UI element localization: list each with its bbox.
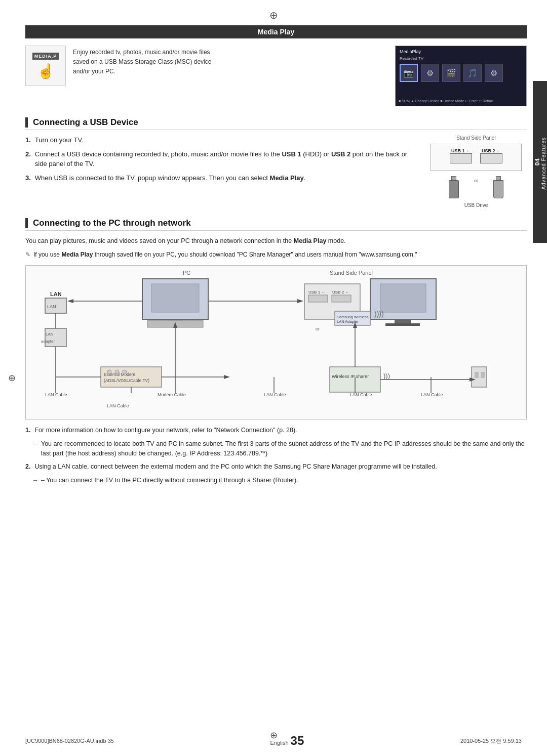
usb-stick-2 bbox=[493, 176, 503, 198]
modem-circle2 bbox=[115, 370, 119, 374]
usb-ports-row: USB 1 ← USB 2 ← bbox=[436, 148, 516, 163]
bullet-2-sub-dash: – bbox=[25, 476, 37, 485]
usb-port-1-box bbox=[450, 153, 472, 163]
wifi-icon: )))) bbox=[374, 310, 384, 318]
lan-adapter-label1: LAN bbox=[46, 332, 54, 337]
tv-screen-items: 📷 ⚙ 🎬 🎵 ⚙ bbox=[400, 64, 522, 82]
wireless-ip-label: Wireless IP sharer bbox=[332, 374, 369, 379]
step-3-number: 3. bbox=[25, 173, 31, 183]
usb-port-2-area: USB 2 ← bbox=[480, 148, 502, 163]
note-text: If you use Media Play through saved file… bbox=[33, 250, 417, 259]
chapter-title: Advanced Features bbox=[541, 137, 546, 190]
usb1-panel: USB 1 ← bbox=[308, 290, 325, 295]
footer-file: [UC9000]BN68-02820G-AU.indb 35 bbox=[25, 738, 114, 744]
tv-screen-title: MediaPlay bbox=[400, 49, 522, 54]
tv-base bbox=[385, 323, 420, 326]
usb2-panel: USB 2 ← bbox=[332, 290, 349, 295]
usb-panel: USB 1 ← USB 2 ← bbox=[431, 144, 522, 171]
wifi-icon2: ))) bbox=[383, 372, 390, 380]
usb2-box bbox=[332, 295, 351, 302]
chapter-number: 04 bbox=[534, 158, 541, 165]
usb1-box bbox=[308, 295, 328, 302]
monitor-inner bbox=[151, 284, 199, 312]
step-1: 1. Turn on your TV. bbox=[25, 135, 415, 145]
lan-cable-label-4: LAN Cable bbox=[350, 392, 372, 397]
step-1-text: Turn on your TV. bbox=[35, 135, 415, 145]
network-section-header: Connecting to the PC through network bbox=[25, 218, 527, 231]
usb-stick-2-top bbox=[496, 176, 501, 180]
outlet-slot1 bbox=[475, 372, 479, 378]
bullet-2: 2. Using a LAN cable, connect between th… bbox=[25, 462, 527, 472]
usb-drive-label: USB Drive bbox=[425, 202, 527, 208]
arrow-modem-right bbox=[224, 375, 230, 379]
usb-stick-1-top bbox=[451, 176, 456, 180]
left-compass-icon: ⊕ bbox=[8, 372, 16, 384]
bullet-1-sub-text: You are recommended to locate both TV an… bbox=[41, 439, 527, 458]
top-compass-icon: ⊕ bbox=[269, 9, 278, 21]
usb-section: Connecting a USB Device 1. Turn on your … bbox=[25, 117, 527, 208]
step-3: 3. When USB is connected to the TV, popu… bbox=[25, 173, 415, 183]
usb-stick-1 bbox=[449, 176, 459, 198]
step-2: 2. Connect a USB device containing recor… bbox=[25, 149, 415, 169]
section-bar bbox=[25, 117, 28, 128]
tv-item-3: 🎬 bbox=[442, 64, 460, 82]
outlet-slot2 bbox=[481, 372, 485, 378]
step-2-text: Connect a USB device containing recorded… bbox=[35, 149, 415, 169]
bullet-1-number: 1. bbox=[25, 426, 30, 435]
usb-stick-2-body bbox=[493, 180, 503, 198]
media-play-header: Media Play bbox=[25, 25, 527, 38]
lan-left-label: LAN bbox=[50, 291, 62, 297]
media-play-section: Media Play MEDIA.P ☝ Enjoy recorded tv, … bbox=[25, 25, 527, 106]
network-diagram-container: PC Stand Side Panel LAN LAN bbox=[25, 265, 527, 419]
tv-bottom-bar: ■ SUM ▲ Change Device ■ Device Mode ↵ En… bbox=[399, 99, 523, 103]
tv-item-5: ⚙ bbox=[485, 64, 503, 82]
bullet-2-sub: – – You can connect the TV to the PC dir… bbox=[25, 476, 527, 485]
lan-cable-label-2: LAN Cable bbox=[107, 403, 129, 408]
bullet-1-sub: – You are recommended to locate both TV … bbox=[25, 439, 527, 458]
bottom-compass-icon: ⊕ bbox=[270, 730, 278, 741]
bullet-1-text: For more information on how to configure… bbox=[34, 426, 527, 435]
main-content: Media Play MEDIA.P ☝ Enjoy recorded tv, … bbox=[25, 25, 527, 731]
usb-content: 1. Turn on your TV. 2. Connect a USB dev… bbox=[25, 135, 527, 208]
step-1-number: 1. bbox=[25, 135, 31, 145]
step-3-text: When USB is connected to the TV, popup w… bbox=[35, 173, 415, 183]
modem-circle1 bbox=[107, 370, 111, 374]
network-header-text: Connecting to the PC through network bbox=[33, 218, 191, 228]
stand-side-label: Stand Side Panel bbox=[330, 270, 373, 276]
media-button-label: MEDIA.P bbox=[32, 53, 59, 60]
stand-label: Stand Side Panel bbox=[425, 135, 527, 141]
lan-box-text: LAN bbox=[47, 304, 56, 309]
pc-label: PC bbox=[183, 270, 190, 276]
media-play-left: MEDIA.P ☝ Enjoy recorded tv, photos, mus… bbox=[25, 46, 385, 86]
media-play-description: Enjoy recorded tv, photos, music and/or … bbox=[73, 46, 215, 77]
usb-sticks-row: or bbox=[425, 176, 527, 198]
usb-diagram: Stand Side Panel USB 1 ← USB 2 ← bbox=[425, 135, 527, 208]
network-section: Connecting to the PC through network You… bbox=[25, 218, 527, 485]
tv-item-4: 🎵 bbox=[463, 64, 482, 82]
usb-header-text: Connecting a USB Device bbox=[33, 117, 138, 128]
lan-adapter-box bbox=[45, 328, 66, 347]
tv-screen-mockup: MediaPlay Recorded TV 📷 ⚙ 🎬 🎵 ⚙ ■ SUM ▲ … bbox=[395, 46, 527, 106]
bullet-1-sub-dash: – bbox=[25, 439, 37, 458]
arrow-right-1 bbox=[297, 299, 303, 303]
network-note: ✎ If you use Media Play through saved fi… bbox=[25, 250, 527, 259]
network-diagram-svg: PC Stand Side Panel LAN LAN bbox=[26, 266, 512, 417]
bullet-2-text: Using a LAN cable, connect between the e… bbox=[34, 462, 527, 472]
modem-label2: (ADSL/VDSL/Cable TV) bbox=[104, 378, 149, 383]
or-diagram-label: or bbox=[316, 326, 320, 331]
tv-stand-top bbox=[395, 319, 411, 323]
wireless-adapter-text: Samsung Wireless bbox=[337, 315, 369, 319]
hand-icon: ☝ bbox=[37, 63, 55, 79]
network-section-bar bbox=[25, 218, 28, 228]
step-2-number: 2. bbox=[25, 149, 31, 169]
modem-cable-label: Modem Cable bbox=[158, 392, 186, 397]
bullet-1: 1. For more information on how to config… bbox=[25, 426, 527, 435]
footer-date: 2010-05-25 오전 9:59:13 bbox=[460, 737, 522, 745]
lan-cable-label-5: LAN Cable bbox=[421, 392, 443, 397]
media-button-image: MEDIA.P ☝ bbox=[25, 46, 66, 86]
usb-stick-1-body bbox=[449, 180, 459, 198]
modem-circle3 bbox=[123, 370, 127, 374]
page-number: 35 bbox=[291, 734, 304, 748]
side-tab: 04 Advanced Features bbox=[533, 81, 547, 243]
usb-port-1-label: USB 1 ← bbox=[450, 148, 472, 153]
